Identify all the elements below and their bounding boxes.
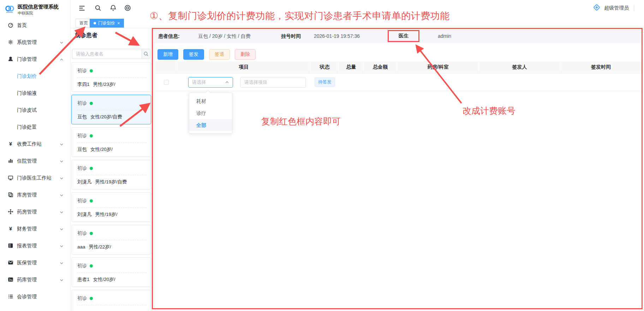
issue-time-cell	[560, 74, 642, 91]
chevron-down-icon	[59, 227, 64, 231]
签发-button[interactable]: 签发	[183, 49, 204, 60]
sidebar-item-label: 财务管理	[17, 226, 59, 232]
patient-info: 男性/19岁/自费	[95, 179, 127, 184]
mail-icon	[8, 260, 13, 266]
column-header-总量: 总量	[339, 61, 364, 73]
dashboard-icon	[8, 22, 13, 29]
column-header-项目: 项目	[177, 61, 311, 73]
签退-button[interactable]: 签退	[209, 49, 230, 60]
sidebar-item-医保管理[interactable]: 医保管理	[0, 254, 70, 271]
sidebar-item-库房管理[interactable]: 库房管理	[0, 187, 70, 204]
chevron-up-icon	[59, 57, 64, 62]
topbar: 超级管理员	[71, 0, 644, 16]
tab-menzhen-huajia[interactable]: 门诊划价 ×	[90, 19, 124, 28]
app-title: 医院信息管理系统	[18, 4, 59, 10]
user-icon	[8, 56, 13, 63]
sidebar-subitem-门诊处置[interactable]: 门诊处置	[0, 119, 70, 136]
status-dot-icon	[90, 167, 93, 170]
sidebar-item-住院管理[interactable]: 住院管理	[0, 153, 70, 170]
删除-button[interactable]: 删除	[235, 49, 256, 60]
search-icon[interactable]	[95, 5, 102, 12]
status-dot-icon	[90, 102, 93, 105]
app-logo[interactable]: 医院信息管理系统 中联医院	[0, 0, 70, 17]
sidebar-item-药库管理[interactable]: 药库管理	[0, 271, 70, 288]
register-time-value: 2026-01-19 19:57:36	[314, 33, 360, 39]
user-menu[interactable]: 超级管理员	[593, 4, 634, 13]
sidebar-item-门诊医生工作站[interactable]: 门诊医生工作站	[0, 170, 70, 187]
sidebar-item-财务管理[interactable]: ¥财务管理	[0, 221, 70, 237]
sidebar-item-label: 库房管理	[17, 192, 59, 198]
toolbar: 新增签发签退删除	[157, 49, 256, 60]
category-select-placeholder: 请选择	[192, 79, 206, 86]
project-cell: 请选择	[177, 74, 311, 91]
patient-info: 男性/23岁/	[93, 82, 115, 87]
table-header-row: 项目状态总量总金额药房/科室签发人签发时间	[155, 61, 642, 74]
total-qty-cell	[339, 74, 364, 91]
dropdown-option-耗材[interactable]: 耗材	[189, 95, 232, 107]
patient-card-李四1[interactable]: 初诊李四1男性/23岁/	[71, 62, 151, 92]
project-search-input[interactable]	[240, 77, 306, 88]
sidebar-nav: 首页系统管理门诊管理门诊划价门诊输液门诊皮试门诊处置¥收费工作站住院管理门诊医生…	[0, 17, 70, 311]
sidebar-item-label: 首页	[17, 22, 64, 29]
sidebar-item-收费工作站[interactable]: ¥收费工作站	[0, 136, 70, 153]
divider	[77, 272, 147, 273]
sidebar-item-label: 药房管理	[17, 209, 59, 215]
patient-card-豆包[interactable]: 初诊豆包女性/20岁/自费	[71, 95, 151, 124]
column-header-总金额: 总金额	[364, 61, 397, 73]
patient-info-label: 患者信息:	[158, 33, 180, 40]
sidebar-item-label: 医保管理	[17, 260, 59, 266]
column-header-签发时间: 签发时间	[560, 61, 642, 73]
status-dot-icon	[90, 199, 93, 203]
sidebar-item-label: 药库管理	[17, 277, 59, 283]
book-icon	[8, 243, 13, 250]
patient-info: 男性/22岁/	[89, 244, 111, 250]
column-header-状态: 状态	[311, 61, 339, 73]
his-app-window: 医院信息管理系统 中联医院 首页系统管理门诊管理门诊划价门诊输液门诊皮试门诊处置…	[0, 0, 644, 311]
row-checkbox[interactable]	[164, 80, 169, 85]
sidebar-item-药房管理[interactable]: 药房管理	[0, 204, 70, 221]
barchart-icon	[8, 158, 13, 165]
table-row: 请选择 待签发	[155, 74, 642, 91]
patient-name: 刘潇凡	[77, 212, 92, 217]
patient-card-豆包[interactable]: 初诊豆包女性/20岁/	[71, 127, 151, 157]
sidebar-item-报表管理[interactable]: 报表管理	[0, 237, 70, 254]
patient-search-input[interactable]	[72, 49, 142, 59]
patient-info: 男性/19岁/	[95, 212, 118, 217]
sidebar-item-label: 住院管理	[17, 158, 59, 164]
patient-card-患者1[interactable]: 初诊患者1女性/20岁/	[71, 257, 151, 287]
dropdown-option-诊疗[interactable]: 诊疗	[189, 107, 232, 119]
tab-close-icon[interactable]: ×	[117, 21, 120, 25]
patient-info-value: 豆包 / 20岁 / 女性 / 自费	[198, 33, 251, 40]
patient-search-button[interactable]	[142, 49, 150, 59]
status-dot-icon	[90, 69, 93, 72]
patient-card-刘潇凡[interactable]: 初诊刘潇凡男性/19岁/自费	[71, 160, 151, 189]
ring-icon[interactable]	[124, 5, 131, 12]
sidebar-subitem-门诊皮试[interactable]: 门诊皮试	[0, 102, 70, 119]
sidebar-subitem-门诊划价[interactable]: 门诊划价	[0, 68, 70, 85]
bell-icon[interactable]	[110, 5, 117, 12]
新增-button[interactable]: 新增	[157, 49, 178, 60]
category-dropdown: 耗材诊疗全部	[189, 93, 232, 134]
logo-icon	[4, 5, 15, 15]
monitor-icon	[8, 175, 13, 182]
sidebar-item-维护系统[interactable]: 维护系统	[0, 305, 70, 311]
sidebar-item-label: 会诊管理	[17, 294, 64, 300]
status-dot-icon	[90, 297, 93, 300]
sidebar-item-label: 报表管理	[17, 243, 59, 249]
patient-card-刘潇凡[interactable]: 初诊刘潇凡男性/19岁/	[71, 192, 151, 222]
patient-card[interactable]: 初诊	[71, 290, 151, 311]
sidebar-item-首页[interactable]: 首页	[0, 17, 70, 34]
divider	[77, 175, 147, 175]
sidebar-subitem-门诊输液[interactable]: 门诊输液	[0, 85, 70, 102]
category-select[interactable]: 请选择	[188, 77, 233, 88]
tab-menzhen-huajia-label: 门诊划价	[98, 20, 115, 26]
register-time-label: 挂号时间	[281, 33, 301, 40]
sidebar-item-会诊管理[interactable]: 会诊管理	[0, 288, 70, 305]
sidebar-item-系统管理[interactable]: 系统管理	[0, 34, 70, 51]
patient-card-aaa[interactable]: 初诊aaa男性/22岁/	[71, 225, 151, 254]
sidebar-item-门诊管理[interactable]: 门诊管理	[0, 51, 70, 68]
billing-table: 项目状态总量总金额药房/科室签发人签发时间 请选择 待签发	[155, 61, 642, 91]
status-cell: 待签发	[311, 74, 339, 91]
dropdown-option-全部[interactable]: 全部	[189, 119, 232, 131]
collapse-sidebar-icon[interactable]	[78, 5, 85, 12]
